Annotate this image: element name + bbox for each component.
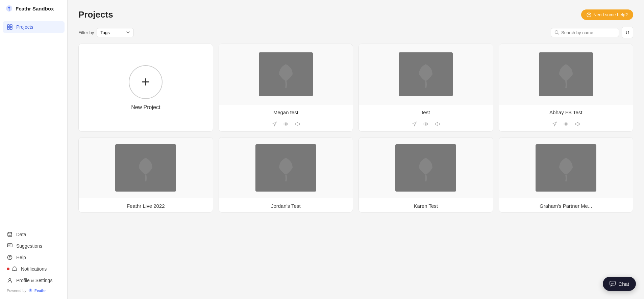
project-thumbnail-container [79,138,213,198]
project-card-body: Feathr Live 2022 [79,198,213,212]
project-card-jordans-test[interactable]: Jordan's Test [219,137,353,213]
project-thumbnail [115,144,176,192]
notification-dot [7,268,9,270]
project-name: Abhay FB Test [504,109,628,115]
project-card-abhay-fb-test[interactable]: Abhay FB Test [499,44,634,132]
sidebar-item-suggestions[interactable]: Suggestions [3,240,65,252]
chat-icon [610,281,616,287]
svg-point-16 [564,123,568,125]
profile-label: Profile & Settings [16,278,52,283]
send-icon[interactable] [412,121,417,127]
feathr-watermark-icon [412,154,439,181]
tags-filter-select[interactable]: Tags [97,28,134,37]
database-icon [7,231,13,238]
help-label: Help [16,255,26,260]
new-project-card[interactable]: + New Project [78,44,213,132]
svg-point-15 [425,123,426,125]
feathr-watermark-icon [272,61,299,88]
svg-point-12 [284,123,288,125]
project-name: test [364,109,488,115]
eye-icon[interactable] [423,121,428,127]
megaphone-icon[interactable] [435,121,440,127]
feathr-watermark-icon [552,154,579,181]
chat-button[interactable]: Chat [603,277,636,291]
eye-icon[interactable] [563,121,569,127]
suggestions-label: Suggestions [16,243,42,249]
workspace-logo[interactable]: Feathr Sandbox [0,0,67,17]
notifications-label: Notifications [21,266,47,272]
projects-grid: + New Project Megan test [78,44,633,213]
filter-right [551,27,633,38]
svg-rect-1 [10,25,12,27]
project-thumbnail-container [219,44,353,105]
sidebar-item-notifications[interactable]: Notifications [3,263,65,275]
chat-label: Chat [618,281,629,287]
project-thumbnail-container [359,44,493,105]
main-content: Projects Need some help? Filter by Tags [68,0,644,299]
search-input[interactable] [561,30,615,35]
project-card-body: Jordan's Test [219,198,353,212]
help-icon [7,254,13,260]
project-thumbnail-container [499,44,633,105]
help-button-label: Need some help? [593,12,628,17]
search-icon [554,30,559,35]
project-thumbnail [539,52,593,96]
sort-button[interactable] [622,27,633,38]
sidebar: Feathr Sandbox Projects [0,0,68,299]
feathr-watermark-icon [552,61,579,88]
grid-icon [7,24,13,30]
project-thumbnail [399,52,453,96]
feathr-small-logo [28,288,33,293]
project-name: Feathr Live 2022 [84,203,207,209]
megaphone-icon[interactable] [575,121,580,127]
project-card-karen-test[interactable]: Karen Test [358,137,493,213]
sidebar-item-profile[interactable]: Profile & Settings [3,275,65,286]
project-card-test[interactable]: test [358,44,493,132]
powered-by: Powered by Feathr [3,286,65,295]
new-project-label: New Project [131,104,160,110]
sidebar-item-help[interactable]: Help [3,252,65,263]
project-card-megan-test[interactable]: Megan test [219,44,353,132]
svg-point-17 [565,123,567,125]
svg-rect-2 [7,27,9,29]
workspace-name: Feathr Sandbox [16,6,54,11]
project-card-feathr-live-2022[interactable]: Feathr Live 2022 [78,137,213,213]
project-card-footer [219,119,353,131]
project-name: Megan test [224,109,348,115]
svg-rect-0 [7,25,9,27]
project-card-footer [359,119,493,131]
help-button[interactable]: Need some help? [581,9,633,20]
page-title: Projects [78,9,113,20]
page-header: Projects Need some help? [78,9,633,20]
suggestions-icon [7,243,13,249]
eye-icon[interactable] [283,121,289,127]
bell-icon [11,266,18,272]
svg-point-10 [589,16,589,16]
feathr-watermark-icon [272,154,299,181]
project-card-graham-partner[interactable]: Graham's Partner Me... [499,137,634,213]
send-icon[interactable] [272,121,277,127]
svg-point-7 [10,258,10,259]
feathr-watermark-icon [412,61,439,88]
sidebar-item-data[interactable]: Data [3,229,65,240]
project-card-body: Megan test [219,105,353,119]
svg-point-13 [285,123,287,125]
megaphone-icon[interactable] [295,121,300,127]
project-name: Karen Test [364,203,488,209]
svg-point-4 [8,232,12,234]
project-card-body: test [359,105,493,119]
projects-label: Projects [16,24,33,30]
sidebar-item-projects[interactable]: Projects [3,21,65,33]
chevron-down-icon [126,30,130,34]
plus-icon: + [129,65,163,99]
filter-left: Filter by Tags [78,28,134,37]
send-icon[interactable] [552,121,557,127]
svg-point-8 [9,279,11,281]
feathr-logo-icon [5,5,13,12]
question-circle-icon [587,13,591,17]
project-name: Graham's Partner Me... [504,203,628,209]
tags-filter-value: Tags [100,30,109,35]
project-card-footer [499,119,633,131]
project-thumbnail-container [219,138,353,198]
project-name: Jordan's Test [224,203,348,209]
